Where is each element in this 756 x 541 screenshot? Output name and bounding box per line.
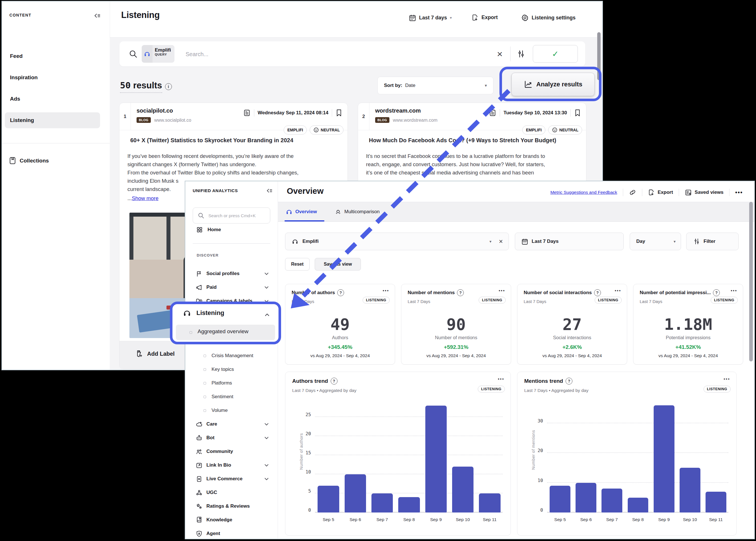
collapse-panel-icon[interactable] xyxy=(266,187,273,195)
chevron-down-icon[interactable] xyxy=(264,435,270,441)
tab-multicomparison[interactable]: Multicomparison xyxy=(335,202,380,222)
card-more-menu[interactable]: ••• xyxy=(615,288,621,293)
nav-item-care[interactable]: Care xyxy=(185,417,278,431)
chevron-down-icon[interactable] xyxy=(264,476,270,482)
bar-sep-8[interactable] xyxy=(398,497,419,512)
nav-item-aggregated-overview[interactable]: Aggregated overview xyxy=(176,325,275,340)
saved-views-button[interactable]: Saved views xyxy=(685,189,723,196)
panel-search-input[interactable] xyxy=(208,208,269,224)
help-icon[interactable]: ? xyxy=(594,289,601,296)
chart-subtitle: Last 7 Days • Aggregated by day xyxy=(524,388,588,393)
nav-item-bot[interactable]: Bot xyxy=(185,431,278,445)
nav-item-social-profiles[interactable]: Social profiles xyxy=(185,267,278,280)
result-source[interactable]: socialpilot.co xyxy=(137,108,173,114)
nav-item-listening[interactable]: Listening xyxy=(183,309,224,317)
apply-query-button[interactable]: ✓ xyxy=(533,45,578,63)
sidebar-item-collections[interactable]: Collections xyxy=(9,157,49,165)
nav-item-volume[interactable]: Volume xyxy=(185,404,278,417)
bar-sep-5[interactable] xyxy=(318,486,339,512)
x-tick-label: Sep 6 xyxy=(342,517,369,522)
nav-item-sentiment[interactable]: Sentiment xyxy=(185,390,278,404)
result-headline[interactable]: 60+ X (Twitter) Statistics to Skyrocket … xyxy=(130,137,339,144)
sidebar-item-feed[interactable]: Feed xyxy=(5,48,100,64)
emplifi-query-chip[interactable]: Emplifi QUERY xyxy=(142,45,175,63)
nav-item-ratings-reviews[interactable]: Ratings & Reviews xyxy=(185,499,278,513)
bar-sep-11[interactable] xyxy=(706,492,726,512)
bar-sep-9[interactable] xyxy=(654,405,674,512)
bar-sep-10[interactable] xyxy=(680,468,700,512)
sort-dropdown[interactable]: Sort by: Date ▾ xyxy=(378,77,493,94)
card-more-menu[interactable]: ••• xyxy=(731,288,737,293)
help-icon[interactable]: ? xyxy=(457,289,464,296)
save-as-view-button[interactable]: Save as view xyxy=(315,258,361,270)
query-select[interactable]: Emplifi ▾ × xyxy=(285,233,509,250)
nav-item-community[interactable]: Community xyxy=(185,445,278,458)
bar-sep-5[interactable] xyxy=(550,486,570,512)
listening-settings-button[interactable]: Listening settings xyxy=(521,14,575,22)
show-more-link[interactable]: Show more xyxy=(132,195,159,201)
granularity-select[interactable]: Day ▾ xyxy=(630,233,681,250)
bar-sep-10[interactable] xyxy=(452,467,473,512)
nav-item-home[interactable]: Home xyxy=(196,226,221,233)
add-label-button[interactable]: Add Label xyxy=(135,350,175,358)
nav-item-link-in-bio[interactable]: Link In Bio xyxy=(185,458,278,472)
bookmark-icon[interactable] xyxy=(574,109,581,117)
result-source[interactable]: wordstream.com xyxy=(375,108,421,114)
bar-sep-7[interactable] xyxy=(372,493,393,512)
nav-item-ugc[interactable]: UGC xyxy=(185,486,278,499)
nav-item-crisis-management[interactable]: Crisis Management xyxy=(185,349,278,362)
help-icon[interactable]: ? xyxy=(331,378,338,384)
info-icon[interactable]: i xyxy=(165,83,172,90)
sidebar-item-listening[interactable]: Listening xyxy=(5,112,100,128)
bar-sep-8[interactable] xyxy=(628,498,648,512)
bar-sep-11[interactable] xyxy=(479,493,500,512)
nav-item-knowledge[interactable]: Knowledge xyxy=(185,513,278,527)
result-headline[interactable]: How Much Do Facebook Ads Cost? (+9 Ways … xyxy=(369,137,577,144)
clear-query-icon[interactable]: × xyxy=(499,238,503,246)
chevron-up-icon[interactable] xyxy=(264,311,271,318)
analyze-results-button[interactable]: Analyze results xyxy=(511,73,595,96)
clear-search-icon[interactable]: × xyxy=(497,41,502,66)
nav-item-key-topics[interactable]: Key topics xyxy=(185,362,278,376)
reset-button[interactable]: Reset xyxy=(285,258,310,270)
scrollbar[interactable] xyxy=(749,202,753,361)
chevron-down-icon[interactable] xyxy=(264,462,270,468)
card-more-menu[interactable]: ••• xyxy=(382,288,389,293)
share-link-icon[interactable] xyxy=(629,189,636,196)
chevron-down-icon[interactable] xyxy=(264,284,270,290)
card-more-menu[interactable]: ••• xyxy=(498,376,504,382)
export-button[interactable]: Export xyxy=(471,14,498,21)
card-more-menu[interactable]: ••• xyxy=(723,376,730,382)
card-more-menu[interactable]: ••• xyxy=(498,288,505,293)
sidebar-item-inspiration[interactable]: Inspiration xyxy=(5,70,100,86)
query-settings-icon[interactable] xyxy=(517,41,525,66)
collapse-sidebar-icon[interactable] xyxy=(93,12,101,20)
bookmark-icon[interactable] xyxy=(336,109,343,117)
nav-item-label: Link In Bio xyxy=(206,462,231,468)
chevron-down-icon[interactable] xyxy=(264,270,270,277)
bar-sep-6[interactable] xyxy=(575,483,596,512)
nav-item-label: Paid xyxy=(206,284,217,290)
more-menu[interactable]: ••• xyxy=(735,189,743,196)
bar-sep-9[interactable] xyxy=(425,406,447,512)
nav-item-platforms[interactable]: Platforms xyxy=(185,376,278,390)
date-filter[interactable]: Last 7 Days xyxy=(515,233,624,250)
chevron-down-icon[interactable] xyxy=(264,421,270,427)
help-icon[interactable]: ? xyxy=(565,378,572,384)
metric-suggestions-link[interactable]: Metric Suggestions and Feedback xyxy=(550,190,617,195)
overview-export-button[interactable]: Export xyxy=(648,189,673,196)
bullet-icon xyxy=(204,396,206,398)
result-date: Tuesday Sep 10, 2024 13:30 xyxy=(503,110,567,116)
bar-sep-6[interactable] xyxy=(345,474,366,512)
date-range-dropdown[interactable]: Last 7 days ▾ xyxy=(409,14,452,21)
nav-item-live-commerce[interactable]: Live Commerce xyxy=(185,472,278,486)
nav-item-paid[interactable]: Paid xyxy=(185,280,278,294)
chart-plot: 0102030Sep 5Sep 6Sep 7Sep 8Sep 9Sep 10Se… xyxy=(547,400,728,512)
tab-overview[interactable]: Overview xyxy=(286,202,317,222)
help-icon[interactable]: ? xyxy=(337,289,344,296)
bar-sep-7[interactable] xyxy=(601,489,622,512)
nav-item-agent[interactable]: Agent xyxy=(185,527,278,540)
help-icon[interactable]: ? xyxy=(713,289,720,296)
filter-button[interactable]: Filter xyxy=(686,233,739,250)
sidebar-item-ads[interactable]: Ads xyxy=(5,91,100,107)
